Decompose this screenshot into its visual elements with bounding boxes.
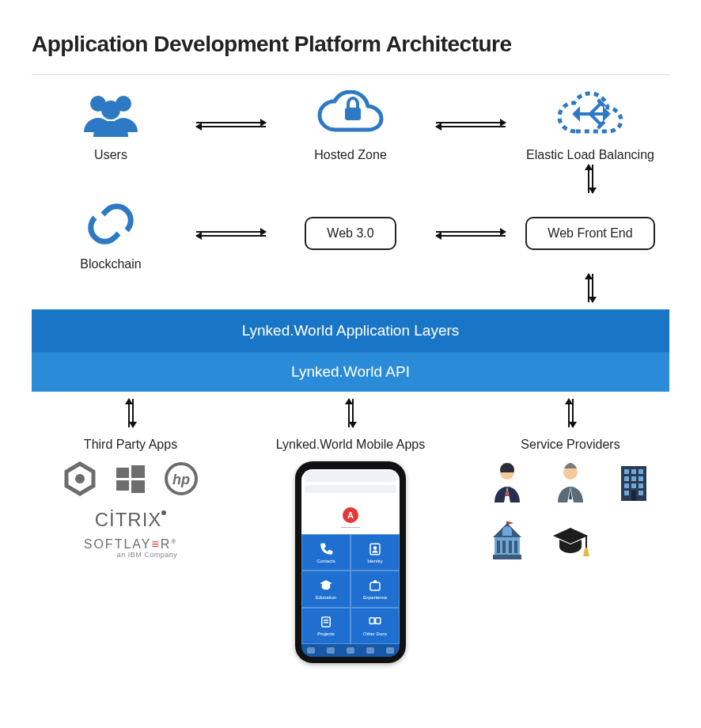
row-arrow-1 [32, 162, 669, 195]
bidir-arrow-icon [568, 396, 574, 430]
node-web30: Web 3.0 [271, 217, 430, 250]
elb-label: Elastic Load Balancing [526, 148, 654, 162]
svg-rect-43 [638, 483, 643, 488]
phone-mockup: A ———— Contacts Identity Education Exper… [295, 461, 406, 663]
svg-marker-11 [574, 110, 578, 118]
row-mid: Blockchain Web 3.0 Web Front End [32, 195, 669, 271]
hexagon-logo-icon [63, 461, 97, 499]
svg-rect-14 [116, 468, 129, 478]
svg-rect-40 [638, 476, 643, 481]
col-mobile-apps: Lynked.World Mobile Apps A ———— Contacts… [252, 392, 449, 663]
cloud-lock-icon [315, 86, 386, 143]
col-third-party: Third Party Apps hp CİTRIX SOFTLAY≡R® an… [32, 392, 229, 559]
third-party-label: Third Party Apps [84, 438, 177, 452]
graduation-cap-icon [550, 520, 591, 564]
bidir-arrow-icon [196, 122, 266, 127]
government-building-icon [487, 520, 528, 564]
svg-point-2 [101, 100, 120, 119]
svg-point-13 [75, 474, 85, 483]
bidir-arrow-icon [436, 122, 506, 127]
svg-marker-7 [604, 110, 608, 118]
web-front-end-box: Web Front End [525, 217, 654, 250]
bidir-arrow-icon [588, 162, 593, 195]
page-title: Application Development Platform Archite… [32, 32, 669, 57]
load-balancer-icon [555, 86, 626, 143]
bidir-arrow-icon [196, 231, 266, 237]
svg-rect-50 [502, 540, 506, 553]
svg-text:hp: hp [172, 472, 190, 487]
node-web-front-end: Web Front End [511, 217, 669, 250]
svg-rect-36 [631, 469, 636, 474]
softlayer-logo: SOFTLAY≡R® an IBM Company [84, 537, 178, 559]
svg-rect-41 [624, 483, 629, 488]
api-bar: Lynked.World API [32, 352, 669, 392]
svg-rect-22 [370, 582, 380, 590]
hosted-zone-label: Hosted Zone [314, 148, 387, 162]
architecture-diagram: Users Hosted Zone [32, 74, 669, 663]
citrix-logo: CİTRIX [95, 509, 167, 531]
windows-logo-icon [113, 461, 148, 499]
svg-rect-39 [631, 476, 636, 481]
hp-logo-icon: hp [164, 461, 199, 499]
users-label: Users [94, 148, 127, 162]
node-blockchain: Blockchain [32, 195, 190, 271]
svg-rect-17 [131, 480, 145, 493]
mobile-apps-label: Lynked.World Mobile Apps [276, 438, 426, 452]
app-layers-bar: Lynked.World Application Layers [32, 309, 669, 352]
businesswoman-icon [487, 461, 528, 506]
node-hosted-zone: Hosted Zone [271, 86, 430, 162]
svg-rect-49 [497, 540, 500, 553]
svg-rect-45 [638, 491, 643, 495]
office-building-icon [613, 461, 654, 506]
col-service-providers: Service Providers [472, 392, 669, 564]
svg-rect-37 [638, 469, 643, 474]
svg-rect-42 [631, 483, 636, 488]
logo-row-1: hp [63, 461, 199, 499]
businessman-icon [550, 461, 591, 506]
bidir-arrow-icon [436, 231, 506, 237]
application-layers: Lynked.World Application Layers Lynked.W… [32, 309, 669, 392]
svg-rect-26 [369, 618, 374, 624]
svg-point-21 [373, 546, 377, 550]
bidir-arrow-icon [128, 396, 134, 430]
row-arrow-2 [32, 271, 669, 305]
svg-rect-35 [624, 469, 629, 474]
node-users: Users [32, 86, 190, 162]
bidir-arrow-icon [588, 271, 593, 305]
svg-rect-46 [631, 491, 636, 501]
blockchain-label: Blockchain [80, 257, 141, 271]
svg-rect-38 [624, 476, 629, 481]
phone-avatar-icon: A [343, 507, 358, 523]
service-providers-label: Service Providers [521, 438, 620, 452]
web30-box: Web 3.0 [305, 217, 396, 250]
svg-rect-52 [514, 540, 517, 553]
svg-rect-51 [509, 540, 512, 553]
svg-rect-47 [493, 555, 521, 559]
svg-rect-44 [624, 491, 629, 495]
svg-rect-27 [376, 618, 381, 624]
users-icon [79, 86, 142, 143]
svg-rect-16 [116, 480, 129, 491]
row-top: Users Hosted Zone [32, 86, 669, 162]
svg-rect-3 [345, 108, 361, 120]
chain-link-icon [81, 195, 141, 252]
node-elb: Elastic Load Balancing [511, 86, 669, 162]
row-bottom: Third Party Apps hp CİTRIX SOFTLAY≡R® an… [32, 392, 669, 663]
svg-rect-54 [506, 521, 508, 526]
svg-rect-15 [131, 465, 145, 478]
bidir-arrow-icon [348, 396, 354, 430]
svg-marker-55 [508, 521, 513, 525]
